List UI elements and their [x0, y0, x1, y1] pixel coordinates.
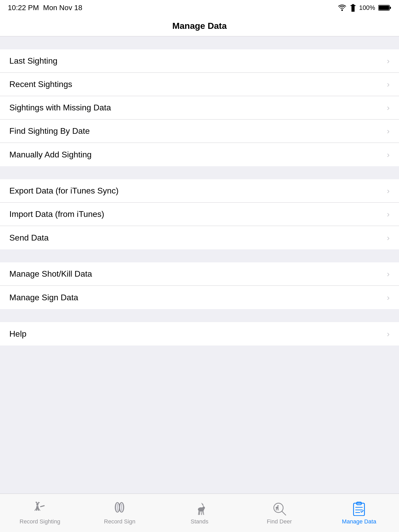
management-group: Manage Shot/Kill Data › Manage Sign Data…: [0, 262, 399, 309]
import-data-label: Import Data (from iTunes): [9, 209, 104, 219]
stand-icon: [194, 502, 205, 516]
list-item-manage-sign[interactable]: Manage Sign Data ›: [0, 286, 399, 309]
wifi-icon: [337, 4, 347, 11]
chevron-icon: ›: [387, 126, 390, 136]
svg-rect-2: [390, 7, 391, 9]
list-item-last-sighting[interactable]: Last Sighting ›: [0, 49, 399, 73]
battery-icon: [378, 4, 391, 11]
send-data-label: Send Data: [9, 233, 49, 243]
manage-shot-kill-label: Manage Shot/Kill Data: [9, 269, 92, 279]
content-spacer: [0, 345, 399, 501]
find-sighting-by-date-label: Find Sighting By Date: [9, 126, 90, 136]
sightings-group: Last Sighting › Recent Sightings › Sight…: [0, 49, 399, 166]
manage-data-clipboard-icon: [353, 502, 365, 516]
tab-record-sign-label: Record Sign: [104, 518, 135, 525]
svg-line-22: [202, 511, 202, 515]
list-item-find-sighting-by-date[interactable]: Find Sighting By Date ›: [0, 119, 399, 143]
chevron-icon: ›: [387, 329, 390, 339]
page-title: Manage Data: [172, 21, 227, 31]
deer-tracks-icon: [114, 502, 125, 516]
svg-line-32: [277, 509, 277, 510]
section-separator-3: [0, 249, 399, 262]
record-sign-icon: [112, 501, 128, 517]
chevron-icon: ›: [387, 293, 390, 302]
manually-add-sighting-label: Manually Add Sighting: [9, 150, 92, 159]
list-item-import-data[interactable]: Import Data (from iTunes) ›: [0, 203, 399, 226]
nav-bar: Manage Data: [0, 16, 399, 36]
status-date: Mon Nov 18: [43, 4, 82, 12]
list-item-manage-shot-kill[interactable]: Manage Shot/Kill Data ›: [0, 262, 399, 286]
tab-find-deer[interactable]: Find Deer: [240, 501, 319, 525]
chevron-icon: ›: [387, 103, 390, 112]
svg-line-28: [282, 511, 286, 515]
recent-sightings-label: Recent Sightings: [9, 79, 72, 89]
sightings-missing-data-label: Sightings with Missing Data: [9, 103, 111, 112]
list-item-help[interactable]: Help ›: [0, 322, 399, 345]
manage-data-icon: [351, 501, 367, 517]
status-icons: 100%: [337, 4, 391, 12]
tab-manage-data[interactable]: Manage Data: [319, 501, 399, 525]
svg-rect-3: [379, 6, 389, 10]
chevron-icon: ›: [387, 233, 390, 243]
svg-line-34: [278, 508, 278, 510]
svg-line-31: [276, 508, 276, 510]
export-data-label: Export Data (for iTunes Sync): [9, 186, 118, 196]
list-item-manually-add-sighting[interactable]: Manually Add Sighting ›: [0, 143, 399, 166]
section-separator-1: [0, 36, 399, 49]
tab-record-sighting-label: Record Sighting: [19, 518, 60, 525]
help-label: Help: [9, 329, 26, 339]
svg-rect-11: [40, 505, 45, 507]
list-item-export-data[interactable]: Export Data (for iTunes Sync) ›: [0, 179, 399, 203]
location-icon: [350, 4, 356, 12]
svg-line-33: [278, 509, 278, 510]
svg-line-20: [198, 511, 199, 515]
help-group: Help ›: [0, 322, 399, 345]
find-deer-magnifier-icon: [272, 502, 287, 516]
svg-line-23: [203, 511, 204, 515]
svg-point-0: [341, 9, 343, 11]
status-time: 10:22 PM: [8, 4, 39, 12]
chevron-icon: ›: [387, 209, 390, 219]
status-bar: 10:22 PM Mon Nov 18 100%: [0, 0, 399, 16]
tab-stands-label: Stands: [191, 518, 209, 525]
deer-sighting-icon: [34, 502, 46, 516]
chevron-icon: ›: [387, 56, 390, 66]
tab-manage-data-label: Manage Data: [342, 518, 376, 525]
list-item-recent-sightings[interactable]: Recent Sightings ›: [0, 73, 399, 96]
svg-point-8: [36, 504, 38, 506]
svg-line-24: [203, 504, 204, 507]
tab-record-sign[interactable]: Record Sign: [80, 501, 159, 525]
svg-line-21: [200, 511, 200, 515]
manage-sign-label: Manage Sign Data: [9, 293, 78, 302]
chevron-icon: ›: [387, 150, 390, 159]
svg-point-29: [277, 505, 279, 507]
section-separator-4: [0, 309, 399, 322]
tab-find-deer-label: Find Deer: [267, 518, 292, 525]
chevron-icon: ›: [387, 269, 390, 279]
chevron-icon: ›: [387, 186, 390, 196]
record-sighting-icon: [32, 501, 48, 517]
tab-record-sighting[interactable]: Record Sighting: [0, 501, 80, 525]
last-sighting-label: Last Sighting: [9, 56, 57, 66]
battery-text: 100%: [359, 4, 375, 11]
list-item-send-data[interactable]: Send Data ›: [0, 226, 399, 249]
section-separator-2: [0, 166, 399, 179]
data-transfer-group: Export Data (for iTunes Sync) › Import D…: [0, 179, 399, 249]
tab-stands[interactable]: Stands: [159, 501, 239, 525]
find-deer-icon: [271, 501, 287, 517]
chevron-icon: ›: [387, 79, 390, 89]
tab-bar: Record Sighting Record Sign: [0, 494, 399, 532]
list-item-sightings-missing-data[interactable]: Sightings with Missing Data ›: [0, 96, 399, 119]
stands-icon: [192, 501, 207, 517]
